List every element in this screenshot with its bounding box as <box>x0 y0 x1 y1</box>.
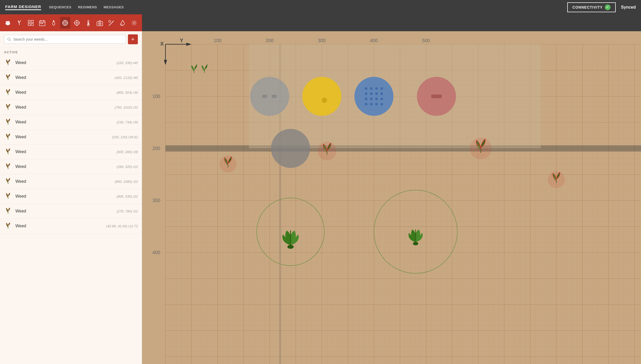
weed-name: Weed <box>15 90 113 95</box>
tools-tool-icon[interactable] <box>106 17 116 29</box>
weed-list-item[interactable]: Weed(232, 120) r29.62 <box>0 130 142 145</box>
weed-coords: (230, 734) r30 <box>116 120 138 124</box>
brand-title: FARM DESIGNER <box>5 4 41 10</box>
svg-point-267 <box>374 190 457 273</box>
weed-name: Weed <box>15 209 113 214</box>
synced-label: Synced <box>621 5 636 10</box>
weed-name: Weed <box>15 194 113 199</box>
weed-coords: (232, 120) r29.62 <box>112 135 138 139</box>
svg-text:500: 500 <box>422 38 430 43</box>
svg-text:200: 200 <box>152 146 160 151</box>
weed-name: Weed <box>15 105 112 110</box>
nav-regimens[interactable]: REGIMENS <box>78 5 97 9</box>
nav-sequences[interactable]: SEQUENCES <box>49 5 71 9</box>
weed-icon <box>4 192 12 201</box>
weed-icon <box>4 88 12 97</box>
seedling-tool-icon[interactable] <box>14 17 24 29</box>
grid-tool-icon[interactable] <box>26 17 36 29</box>
weed-list-item[interactable]: Weed(230, 734) r30 <box>0 115 142 130</box>
svg-point-244 <box>302 77 341 116</box>
weed-list-item[interactable]: Weed(220, 330) r45 <box>0 55 142 70</box>
nav-right: CONNECTIVITY ✓ Synced <box>567 2 636 12</box>
svg-point-258 <box>375 103 378 105</box>
crosshair-tool-icon[interactable] <box>72 17 82 29</box>
weed-coords: (660, 1080) r22 <box>115 180 138 184</box>
svg-point-251 <box>370 87 373 90</box>
svg-point-29 <box>109 20 111 22</box>
toolbar <box>0 14 142 31</box>
search-input-wrap[interactable] <box>4 35 126 44</box>
thermometer-tool-icon[interactable] <box>83 17 93 29</box>
weed-name: Weed <box>15 120 113 124</box>
weed-icon <box>4 73 12 82</box>
dropper-tool-icon[interactable] <box>49 17 59 29</box>
plant-tool-icon[interactable] <box>3 17 13 29</box>
svg-point-250 <box>365 103 367 105</box>
svg-point-270 <box>413 242 418 245</box>
svg-point-33 <box>133 22 135 24</box>
svg-point-15 <box>65 22 66 23</box>
nav-links: SEQUENCES REGIMENS MESSAGES <box>49 5 567 9</box>
weed-list-item[interactable]: Weed(42.86, 42.42) r12.72 <box>0 219 142 234</box>
svg-text:Y: Y <box>180 37 183 43</box>
add-weed-button[interactable]: + <box>128 34 138 44</box>
camera-tool-icon[interactable] <box>95 17 105 29</box>
settings-tool-icon[interactable] <box>129 17 139 29</box>
svg-point-34 <box>8 38 10 40</box>
svg-rect-11 <box>42 23 43 24</box>
svg-rect-264 <box>431 95 442 98</box>
connectivity-label: CONNECTIVITY <box>572 5 603 9</box>
water-tool-icon[interactable] <box>118 17 128 29</box>
weed-coords: (600, 280) r28 <box>116 150 138 154</box>
svg-point-274 <box>470 137 492 159</box>
weed-name: Weed <box>15 60 113 65</box>
nav-messages[interactable]: MESSAGES <box>104 5 124 9</box>
main-area: + ACTIVE Weed(220, 330) r45 Weed(420, 11… <box>0 31 641 364</box>
svg-rect-240 <box>249 44 541 148</box>
map-area[interactable]: XY100200300400500100200300400 <box>142 31 641 364</box>
svg-point-263 <box>417 77 456 116</box>
svg-point-245 <box>322 98 327 103</box>
weed-icon <box>4 162 12 171</box>
weed-list-item[interactable]: Weed(800, 503) r36 <box>0 85 142 100</box>
svg-point-273 <box>318 142 336 160</box>
weed-name: Weed <box>15 149 113 154</box>
svg-rect-10 <box>40 23 41 24</box>
svg-text:200: 200 <box>266 38 274 43</box>
svg-text:400: 400 <box>370 38 378 43</box>
weed-coords: (220, 330) r45 <box>116 61 138 65</box>
svg-text:400: 400 <box>152 250 160 255</box>
svg-point-12 <box>53 21 54 22</box>
weed-list-item[interactable]: Weed(270, 780) r22 <box>0 204 142 219</box>
weed-coords: (42.86, 42.42) r12.72 <box>106 224 138 228</box>
calendar-tool-icon[interactable] <box>37 17 47 29</box>
connectivity-button[interactable]: CONNECTIVITY ✓ <box>567 2 616 12</box>
weed-list-item[interactable]: Weed(260, 520) r22 <box>0 159 142 174</box>
weed-icon <box>4 177 12 186</box>
weed-list-item[interactable]: Weed(420, 1110) r45 <box>0 70 142 85</box>
map-grid: XY100200300400500100200300400 <box>142 31 641 364</box>
weed-coords: (260, 520) r22 <box>116 165 138 169</box>
search-input[interactable] <box>13 37 122 41</box>
svg-text:100: 100 <box>152 94 160 99</box>
weed-name: Weed <box>15 164 113 169</box>
weed-name: Weed <box>15 179 112 184</box>
search-bar: + <box>0 31 142 48</box>
svg-point-247 <box>365 87 367 90</box>
weed-list-item[interactable]: Weed(600, 280) r28 <box>0 145 142 159</box>
section-active-label: ACTIVE <box>0 48 142 55</box>
svg-point-265 <box>271 129 310 168</box>
svg-rect-243 <box>272 95 276 98</box>
weed-icon <box>4 103 12 112</box>
weed-name: Weed <box>15 224 103 228</box>
weed-coords: (760, 1010) r32 <box>115 105 138 109</box>
top-nav: FARM DESIGNER SEQUENCES REGIMENS MESSAGE… <box>0 0 641 14</box>
svg-point-254 <box>370 103 373 105</box>
svg-text:X: X <box>160 41 164 47</box>
weed-list-item[interactable]: Weed(760, 1010) r32 <box>0 100 142 115</box>
weed-list-item[interactable]: Weed(800, 530) r22 <box>0 189 142 204</box>
target-tool-icon[interactable] <box>60 17 70 29</box>
svg-point-241 <box>250 77 289 116</box>
weed-coords: (800, 503) r36 <box>116 91 138 95</box>
weed-list-item[interactable]: Weed(660, 1080) r22 <box>0 174 142 189</box>
